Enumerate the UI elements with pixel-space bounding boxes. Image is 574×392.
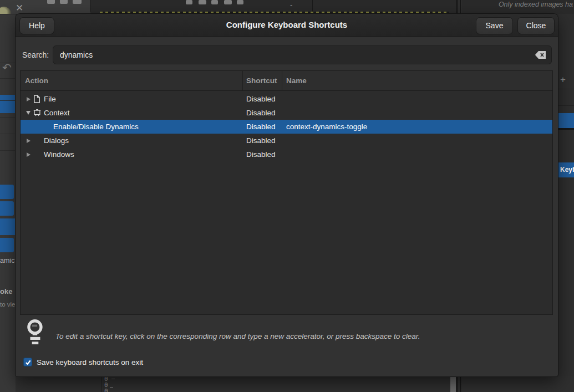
expander-collapsed-icon[interactable] (24, 139, 33, 143)
file-icon (33, 95, 42, 103)
scrollbar-thumb[interactable] (450, 376, 456, 392)
spin-value: 0 (104, 389, 108, 392)
window-title-dash: - (290, 1, 292, 9)
shortcut-value: Disabled (243, 136, 282, 145)
column-header-action[interactable]: Action (21, 71, 243, 90)
toolbox-icon-fragment[interactable] (60, 0, 68, 4)
clear-search-icon[interactable] (535, 50, 547, 60)
expander-collapsed-icon[interactable] (24, 152, 33, 157)
configure-keyboard-shortcuts-dialog: Configure Keyboard Shortcuts Help Save C… (16, 14, 558, 376)
expander-expanded-icon[interactable] (24, 111, 33, 115)
panel-label-fragment: amics (0, 257, 16, 264)
lightbulb-icon (25, 319, 46, 352)
action-label: Dialogs (44, 136, 69, 145)
list-item-selected[interactable] (558, 113, 574, 128)
list-item-selected[interactable] (0, 218, 16, 235)
list-item-selected[interactable] (0, 201, 14, 216)
background-bottom: 0 0 0 (16, 376, 574, 392)
toolbox-icon-fragment[interactable] (47, 0, 55, 4)
panel-divider (558, 128, 574, 130)
dialog-headerbar: Configure Keyboard Shortcuts Help Save C… (16, 14, 558, 37)
toolbox-icon-fragment[interactable] (237, 0, 243, 4)
action-label: Enable/Disable Dynamics (53, 123, 139, 131)
search-label: Search: (22, 50, 49, 59)
sidebar-item-keyboard-shortcuts[interactable]: Keyb (558, 162, 574, 177)
panel-divider (90, 0, 91, 12)
list-item-selected[interactable] (0, 95, 16, 113)
close-button[interactable]: Close (517, 17, 555, 34)
toolbox-icon-fragment[interactable] (186, 0, 192, 4)
action-label: File (44, 95, 56, 103)
hint-text: To edit a shortcut key, click on the cor… (55, 332, 420, 340)
shortcuts-table: Action Shortcut Name File Disabled (20, 70, 553, 315)
toolbox-icon-fragment[interactable] (211, 0, 218, 4)
toolbox-icon-fragment[interactable] (224, 0, 232, 4)
shortcut-value: Disabled (243, 123, 282, 131)
table-row-enable-disable-dynamics[interactable]: Enable/Disable Dynamics Disabled context… (21, 120, 552, 134)
checkmark-icon (24, 359, 32, 366)
help-button[interactable]: Help (19, 17, 54, 34)
expander-collapsed-icon[interactable] (24, 97, 33, 101)
easel-icon (33, 109, 42, 117)
table-row-dialogs[interactable]: Dialogs Disabled (21, 134, 552, 147)
save-shortcuts-label: Save keyboard shortcuts on exit (37, 358, 143, 366)
shortcut-value: Disabled (243, 109, 282, 117)
panel-label-fragment: to vie (0, 301, 16, 308)
table-row-context[interactable]: Context Disabled (21, 106, 552, 120)
background-note-text: Only indexed images ha (499, 1, 573, 8)
panel-label-fragment: oke (0, 287, 16, 296)
tick-mark (110, 387, 113, 388)
table-header: Action Shortcut Name (21, 71, 552, 91)
action-label: Context (44, 109, 70, 117)
name-value: context-dynamics-toggle (282, 123, 552, 131)
action-label: Windows (44, 150, 74, 159)
search-input[interactable] (53, 45, 552, 64)
background-right-panel (558, 14, 574, 376)
save-on-exit-row: Save keyboard shortcuts on exit (23, 358, 143, 366)
panel-divider-lines (456, 0, 465, 14)
background-toolbox: ✕ (0, 0, 90, 14)
panel-divider-lines (456, 376, 465, 392)
panel-divider (312, 0, 313, 12)
add-icon[interactable]: + (560, 74, 566, 85)
column-header-shortcut[interactable]: Shortcut (243, 71, 282, 90)
save-button[interactable]: Save (476, 17, 513, 34)
selection-marching-ants (100, 12, 449, 13)
shortcut-value: Disabled (243, 95, 282, 103)
toolbox-icon-fragment[interactable] (199, 0, 206, 4)
shortcut-value: Disabled (243, 150, 282, 159)
tick-mark (111, 379, 115, 379)
column-header-name[interactable]: Name (282, 71, 552, 90)
background-left-panel: ↶ amics oke to vie (0, 14, 16, 392)
toolbox-icon-fragment[interactable] (73, 0, 82, 4)
list-item-selected[interactable] (0, 185, 14, 199)
save-shortcuts-checkbox[interactable] (23, 358, 32, 366)
table-row-windows[interactable]: Windows Disabled (21, 147, 552, 161)
table-row-file[interactable]: File Disabled (21, 92, 552, 106)
list-item-selected[interactable] (0, 238, 14, 252)
scissors-tool-icon[interactable]: ✕ (16, 3, 30, 14)
